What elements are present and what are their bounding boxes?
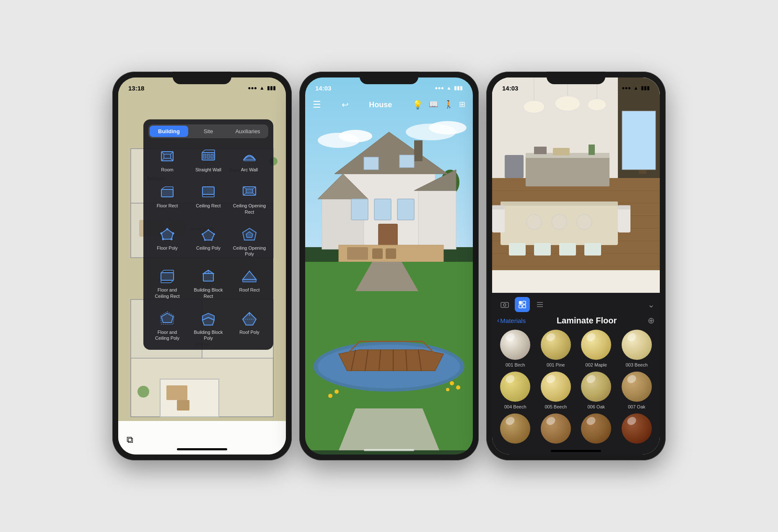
book-icon-2[interactable]: 📖 bbox=[429, 100, 438, 110]
sphere-birch bbox=[500, 330, 530, 360]
label-oak006: 006 Oak bbox=[587, 404, 605, 409]
item-ceiling-poly-label: Ceiling Poly bbox=[196, 245, 220, 251]
svg-point-138 bbox=[588, 99, 606, 111]
svg-rect-60 bbox=[161, 273, 174, 280]
sphere-row3b bbox=[541, 413, 571, 444]
tab-building[interactable]: Building bbox=[150, 126, 188, 137]
material-oak006[interactable]: 006 Oak bbox=[578, 372, 615, 409]
signal-icon-3: ●●● bbox=[622, 85, 631, 91]
materials-tab[interactable] bbox=[515, 297, 530, 312]
back-label[interactable]: Materials bbox=[500, 317, 526, 324]
svg-rect-95 bbox=[364, 157, 379, 170]
svg-point-118 bbox=[446, 388, 449, 391]
back-button[interactable]: ‹ Materials bbox=[497, 317, 526, 324]
label-beech004: 004 Beech bbox=[504, 404, 526, 409]
menu-icon-2[interactable]: ☰ bbox=[313, 99, 321, 110]
add-material-icon[interactable]: ⊕ bbox=[648, 315, 655, 325]
svg-rect-142 bbox=[589, 145, 595, 155]
tab-auxiliaries[interactable]: Auxiliaries bbox=[228, 126, 267, 137]
item-ceiling-rect[interactable]: Ceiling Rect bbox=[189, 179, 227, 218]
item-building-block-rect[interactable]: Building Block Rect bbox=[189, 263, 227, 302]
screenshots-container: 13:18 ●●● ▲ ▮▮▮ ☰ ⚙ 2D Plan + 📖 bbox=[104, 63, 674, 469]
material-birch[interactable]: 001 Birch bbox=[497, 330, 534, 367]
svg-marker-70 bbox=[243, 271, 256, 279]
item-arc-wall[interactable]: Arc Wall bbox=[231, 143, 268, 176]
svg-point-48 bbox=[172, 232, 174, 234]
battery-icon: ▮▮▮ bbox=[267, 85, 276, 91]
material-pine[interactable]: 001 Pine bbox=[538, 330, 574, 367]
svg-rect-10 bbox=[166, 385, 187, 400]
status-time-1: 13:18 bbox=[128, 85, 144, 92]
item-building-block-poly[interactable]: Building Block Poly bbox=[189, 306, 227, 345]
material-beech003[interactable]: 003 Beech bbox=[619, 330, 655, 367]
svg-point-116 bbox=[450, 381, 454, 385]
item-roof-poly-label: Roof Poly bbox=[239, 329, 259, 335]
bottom-bar-1: ⧉ bbox=[118, 421, 286, 455]
phone-house: 14:03 ●●● ▲ ▮▮▮ ☰ ↩ House 💡 bbox=[299, 72, 479, 460]
person-icon-2[interactable]: 🚶 bbox=[444, 100, 453, 110]
wifi-icon-2: ▲ bbox=[446, 85, 451, 91]
material-row3d[interactable] bbox=[619, 413, 655, 446]
svg-rect-41 bbox=[246, 189, 253, 193]
svg-rect-11 bbox=[177, 400, 189, 411]
svg-rect-150 bbox=[534, 243, 551, 256]
label-maple: 002 Maple bbox=[586, 362, 607, 367]
materials-panel: ⌄ ‹ Materials Laminate Floor ⊕ bbox=[492, 293, 660, 455]
tab-site[interactable]: Site bbox=[189, 126, 228, 137]
notch-2 bbox=[360, 72, 418, 84]
item-ceiling-opening-rect[interactable]: Ceiling Opening Rect bbox=[231, 179, 268, 218]
svg-point-136 bbox=[555, 96, 580, 111]
panel-tab-icons bbox=[497, 297, 547, 312]
sphere-oak006 bbox=[581, 372, 611, 402]
sphere-beech004 bbox=[500, 372, 530, 402]
phone-2dplan: 13:18 ●●● ▲ ▮▮▮ ☰ ⚙ 2D Plan + 📖 bbox=[112, 72, 292, 460]
room-preview bbox=[492, 77, 660, 270]
item-roof-poly[interactable]: Roof Poly bbox=[231, 306, 268, 345]
chevron-down-icon[interactable]: ⌄ bbox=[648, 300, 655, 310]
item-ceiling-opening-poly[interactable]: Ceiling Opening Poly bbox=[231, 222, 268, 261]
undo-icon[interactable]: ↩ bbox=[342, 100, 349, 110]
item-floor-rect[interactable]: Floor Rect bbox=[148, 179, 186, 218]
item-floor-poly-label: Floor Poly bbox=[157, 245, 178, 251]
svg-rect-87 bbox=[418, 191, 456, 249]
item-room[interactable]: Room bbox=[148, 143, 186, 176]
item-floor-ceiling-rect[interactable]: Floor and Ceiling Rect bbox=[148, 263, 186, 302]
light-icon[interactable]: 💡 bbox=[412, 100, 423, 110]
item-floor-ceiling-poly[interactable]: Floor and Ceiling Poly bbox=[148, 306, 186, 345]
item-roof-rect-label: Roof Rect bbox=[239, 287, 260, 293]
list-tab[interactable] bbox=[532, 297, 547, 312]
status-icons-1: ●●● ▲ ▮▮▮ bbox=[248, 85, 276, 91]
material-row3b[interactable] bbox=[538, 413, 574, 446]
scan-icon[interactable]: ⊞ bbox=[459, 100, 465, 110]
materials-grid: 001 Birch 001 Pine 002 Maple 003 Beech bbox=[497, 330, 655, 446]
material-oak007[interactable]: 007 Oak bbox=[619, 372, 655, 409]
svg-marker-121 bbox=[339, 408, 439, 450]
svg-rect-148 bbox=[618, 205, 630, 209]
material-row3a[interactable] bbox=[497, 413, 534, 446]
svg-point-82 bbox=[429, 121, 467, 134]
svg-rect-101 bbox=[386, 248, 396, 259]
panel-header: ⌄ bbox=[497, 297, 655, 312]
label-beech003: 003 Beech bbox=[625, 362, 648, 367]
panel-title-row: ‹ Materials Laminate Floor ⊕ bbox=[497, 315, 655, 325]
svg-rect-164 bbox=[523, 301, 526, 304]
svg-rect-141 bbox=[534, 147, 547, 154]
svg-marker-72 bbox=[161, 313, 173, 323]
layers-icon[interactable]: ⧉ bbox=[127, 434, 133, 445]
item-floor-poly[interactable]: Floor Poly bbox=[148, 222, 186, 261]
svg-point-56 bbox=[204, 239, 206, 241]
item-floor-ceiling-rect-label: Floor and Ceiling Rect bbox=[150, 287, 184, 299]
material-maple[interactable]: 002 Maple bbox=[578, 330, 615, 367]
item-straight-wall[interactable]: Straight Wall bbox=[189, 143, 227, 176]
view-tab[interactable] bbox=[497, 297, 512, 312]
item-ceiling-poly[interactable]: Ceiling Poly bbox=[189, 222, 227, 261]
sphere-row3c bbox=[581, 413, 611, 444]
material-beech005[interactable]: 005 Beech bbox=[538, 372, 574, 409]
material-beech004[interactable]: 004 Beech bbox=[497, 372, 534, 409]
material-row3c[interactable] bbox=[578, 413, 615, 446]
house-3d-scene: 14:03 ●●● ▲ ▮▮▮ ☰ ↩ House 💡 bbox=[305, 77, 473, 455]
svg-rect-71 bbox=[243, 279, 256, 282]
item-ceiling-rect-label: Ceiling Rect bbox=[196, 203, 220, 209]
svg-rect-152 bbox=[584, 243, 601, 256]
item-roof-rect[interactable]: Roof Rect bbox=[231, 263, 268, 302]
